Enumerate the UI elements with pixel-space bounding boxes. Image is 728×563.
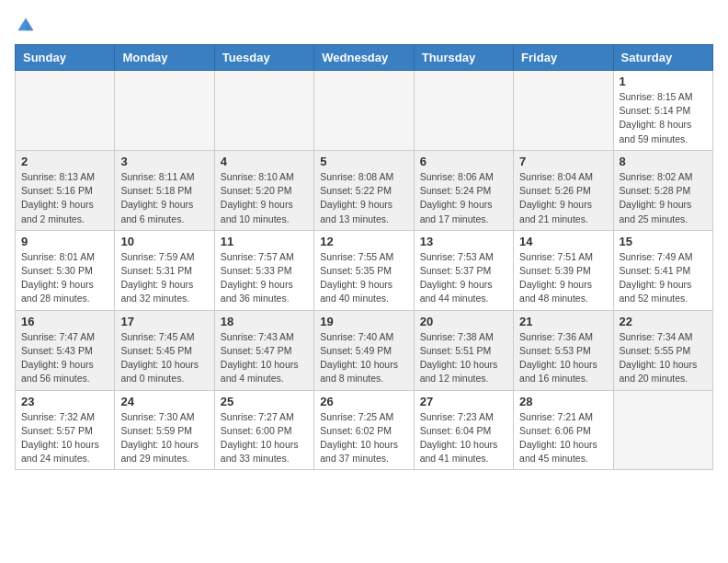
day-number: 5 <box>320 155 407 168</box>
calendar-cell: 16Sunrise: 7:47 AM Sunset: 5:43 PM Dayli… <box>16 310 115 390</box>
day-info: Sunrise: 7:25 AM Sunset: 6:02 PM Dayligh… <box>320 410 407 466</box>
day-info: Sunrise: 7:27 AM Sunset: 6:00 PM Dayligh… <box>221 410 308 466</box>
day-info: Sunrise: 7:53 AM Sunset: 5:37 PM Dayligh… <box>420 250 507 306</box>
day-number: 14 <box>519 235 607 248</box>
weekday-header-saturday: Saturday <box>613 45 712 71</box>
day-number: 20 <box>420 315 507 328</box>
day-number: 8 <box>620 155 707 168</box>
day-number: 27 <box>420 395 507 408</box>
day-number: 12 <box>320 235 407 248</box>
day-number: 6 <box>420 155 507 168</box>
day-number: 22 <box>620 315 707 328</box>
day-info: Sunrise: 8:06 AM Sunset: 5:24 PM Dayligh… <box>420 170 507 226</box>
day-info: Sunrise: 7:38 AM Sunset: 5:51 PM Dayligh… <box>420 330 507 386</box>
day-info: Sunrise: 7:34 AM Sunset: 5:55 PM Dayligh… <box>620 330 707 386</box>
weekday-header-monday: Monday <box>115 45 214 71</box>
logo-icon <box>15 15 37 37</box>
weekday-header-sunday: Sunday <box>16 45 115 71</box>
calendar-cell: 25Sunrise: 7:27 AM Sunset: 6:00 PM Dayli… <box>214 390 313 470</box>
calendar-cell <box>115 71 214 151</box>
calendar-cell <box>613 390 712 470</box>
day-info: Sunrise: 7:30 AM Sunset: 5:59 PM Dayligh… <box>120 410 208 466</box>
calendar-cell: 19Sunrise: 7:40 AM Sunset: 5:49 PM Dayli… <box>314 310 414 390</box>
calendar-cell: 10Sunrise: 7:59 AM Sunset: 5:31 PM Dayli… <box>115 230 214 310</box>
calendar-header-row: SundayMondayTuesdayWednesdayThursdayFrid… <box>16 45 713 71</box>
calendar-cell: 18Sunrise: 7:43 AM Sunset: 5:47 PM Dayli… <box>214 310 313 390</box>
day-info: Sunrise: 7:49 AM Sunset: 5:41 PM Dayligh… <box>620 250 707 306</box>
calendar-cell: 17Sunrise: 7:45 AM Sunset: 5:45 PM Dayli… <box>115 310 214 390</box>
day-number: 13 <box>420 235 507 248</box>
day-number: 3 <box>120 155 208 168</box>
weekday-header-friday: Friday <box>514 45 613 71</box>
calendar-cell: 27Sunrise: 7:23 AM Sunset: 6:04 PM Dayli… <box>414 390 513 470</box>
day-info: Sunrise: 7:43 AM Sunset: 5:47 PM Dayligh… <box>221 330 308 386</box>
day-number: 11 <box>221 235 308 248</box>
calendar-cell: 23Sunrise: 7:32 AM Sunset: 5:57 PM Dayli… <box>16 390 115 470</box>
calendar-cell: 21Sunrise: 7:36 AM Sunset: 5:53 PM Dayli… <box>514 310 613 390</box>
day-info: Sunrise: 7:59 AM Sunset: 5:31 PM Dayligh… <box>120 250 208 306</box>
day-number: 9 <box>21 235 108 248</box>
day-number: 26 <box>320 395 407 408</box>
day-number: 24 <box>120 395 208 408</box>
calendar-cell: 3Sunrise: 8:11 AM Sunset: 5:18 PM Daylig… <box>115 150 214 230</box>
day-number: 28 <box>519 395 607 408</box>
day-info: Sunrise: 8:04 AM Sunset: 5:26 PM Dayligh… <box>519 170 607 226</box>
calendar-table: SundayMondayTuesdayWednesdayThursdayFrid… <box>15 44 713 470</box>
calendar-cell <box>314 71 414 151</box>
day-number: 4 <box>221 155 308 168</box>
calendar-cell <box>414 71 513 151</box>
calendar-cell: 20Sunrise: 7:38 AM Sunset: 5:51 PM Dayli… <box>414 310 513 390</box>
calendar-cell: 11Sunrise: 7:57 AM Sunset: 5:33 PM Dayli… <box>214 230 313 310</box>
calendar-cell: 15Sunrise: 7:49 AM Sunset: 5:41 PM Dayli… <box>613 230 712 310</box>
day-number: 1 <box>620 75 707 88</box>
day-number: 2 <box>21 155 108 168</box>
calendar-cell: 14Sunrise: 7:51 AM Sunset: 5:39 PM Dayli… <box>514 230 613 310</box>
calendar-week-row: 1Sunrise: 8:15 AM Sunset: 5:14 PM Daylig… <box>16 71 713 151</box>
day-info: Sunrise: 7:47 AM Sunset: 5:43 PM Dayligh… <box>21 330 108 386</box>
day-info: Sunrise: 8:08 AM Sunset: 5:22 PM Dayligh… <box>320 170 407 226</box>
day-info: Sunrise: 8:10 AM Sunset: 5:20 PM Dayligh… <box>221 170 308 226</box>
calendar-week-row: 2Sunrise: 8:13 AM Sunset: 5:16 PM Daylig… <box>16 150 713 230</box>
calendar-cell: 2Sunrise: 8:13 AM Sunset: 5:16 PM Daylig… <box>16 150 115 230</box>
calendar-week-row: 9Sunrise: 8:01 AM Sunset: 5:30 PM Daylig… <box>16 230 713 310</box>
calendar-cell <box>16 71 115 151</box>
day-info: Sunrise: 7:36 AM Sunset: 5:53 PM Dayligh… <box>519 330 607 386</box>
logo <box>15 15 40 37</box>
day-info: Sunrise: 7:23 AM Sunset: 6:04 PM Dayligh… <box>420 410 507 466</box>
calendar-cell: 4Sunrise: 8:10 AM Sunset: 5:20 PM Daylig… <box>214 150 313 230</box>
day-info: Sunrise: 7:57 AM Sunset: 5:33 PM Dayligh… <box>221 250 308 306</box>
day-number: 21 <box>519 315 607 328</box>
calendar-cell: 13Sunrise: 7:53 AM Sunset: 5:37 PM Dayli… <box>414 230 513 310</box>
calendar-cell: 9Sunrise: 8:01 AM Sunset: 5:30 PM Daylig… <box>16 230 115 310</box>
calendar-cell: 24Sunrise: 7:30 AM Sunset: 5:59 PM Dayli… <box>115 390 214 470</box>
day-number: 18 <box>221 315 308 328</box>
day-info: Sunrise: 8:11 AM Sunset: 5:18 PM Dayligh… <box>120 170 208 226</box>
calendar-week-row: 16Sunrise: 7:47 AM Sunset: 5:43 PM Dayli… <box>16 310 713 390</box>
calendar-cell: 12Sunrise: 7:55 AM Sunset: 5:35 PM Dayli… <box>314 230 414 310</box>
calendar-cell: 26Sunrise: 7:25 AM Sunset: 6:02 PM Dayli… <box>314 390 414 470</box>
day-info: Sunrise: 7:51 AM Sunset: 5:39 PM Dayligh… <box>519 250 607 306</box>
calendar-cell: 22Sunrise: 7:34 AM Sunset: 5:55 PM Dayli… <box>613 310 712 390</box>
page-header <box>15 15 713 37</box>
day-info: Sunrise: 7:32 AM Sunset: 5:57 PM Dayligh… <box>21 410 108 466</box>
calendar-week-row: 23Sunrise: 7:32 AM Sunset: 5:57 PM Dayli… <box>16 390 713 470</box>
day-info: Sunrise: 7:40 AM Sunset: 5:49 PM Dayligh… <box>320 330 407 386</box>
day-info: Sunrise: 8:15 AM Sunset: 5:14 PM Dayligh… <box>620 90 707 146</box>
day-info: Sunrise: 7:55 AM Sunset: 5:35 PM Dayligh… <box>320 250 407 306</box>
calendar-cell: 6Sunrise: 8:06 AM Sunset: 5:24 PM Daylig… <box>414 150 513 230</box>
weekday-header-wednesday: Wednesday <box>314 45 414 71</box>
calendar-cell <box>514 71 613 151</box>
day-number: 17 <box>120 315 208 328</box>
day-number: 25 <box>221 395 308 408</box>
weekday-header-tuesday: Tuesday <box>214 45 313 71</box>
calendar-cell: 28Sunrise: 7:21 AM Sunset: 6:06 PM Dayli… <box>514 390 613 470</box>
day-info: Sunrise: 8:13 AM Sunset: 5:16 PM Dayligh… <box>21 170 108 226</box>
calendar-cell: 5Sunrise: 8:08 AM Sunset: 5:22 PM Daylig… <box>314 150 414 230</box>
day-info: Sunrise: 7:45 AM Sunset: 5:45 PM Dayligh… <box>120 330 208 386</box>
calendar-cell: 8Sunrise: 8:02 AM Sunset: 5:28 PM Daylig… <box>613 150 712 230</box>
day-info: Sunrise: 8:02 AM Sunset: 5:28 PM Dayligh… <box>620 170 707 226</box>
day-number: 16 <box>21 315 108 328</box>
weekday-header-thursday: Thursday <box>414 45 513 71</box>
day-info: Sunrise: 7:21 AM Sunset: 6:06 PM Dayligh… <box>519 410 607 466</box>
day-number: 23 <box>21 395 108 408</box>
